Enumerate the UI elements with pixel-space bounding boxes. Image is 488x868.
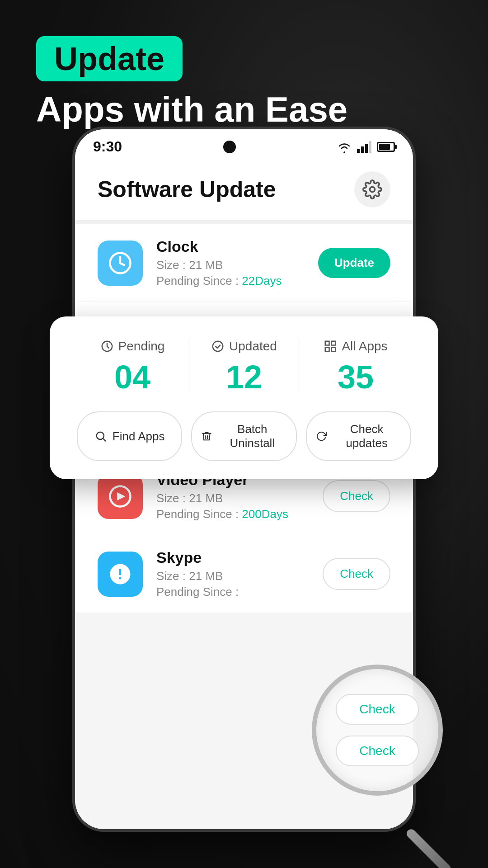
app-info-clock: Clock Size : 21 MB Pending Since : 22Day… — [156, 238, 305, 288]
skype-icon — [108, 562, 132, 586]
svg-rect-0 — [357, 149, 360, 153]
action-buttons: Find Apps Batch Uninstall Check updates — [77, 411, 411, 461]
stats-card: Pending 04 Updated 12 — [50, 316, 438, 479]
updated-label: Updated — [188, 339, 300, 354]
apps-list-container: Clock Size : 21 MB Pending Since : 22Day… — [75, 224, 413, 829]
stat-updated: Updated 12 — [188, 339, 300, 393]
clock-stat-icon — [100, 340, 114, 353]
svg-point-10 — [213, 341, 223, 352]
app-header: Software Update — [75, 160, 413, 221]
check-button-video[interactable]: Check — [323, 480, 390, 512]
list-item: Skype Size : 21 MB Pending Since : Check — [75, 535, 413, 613]
check-button-skype[interactable]: Check — [323, 558, 390, 590]
svg-rect-2 — [365, 144, 368, 153]
search-icon — [94, 430, 107, 443]
svg-line-16 — [103, 439, 105, 441]
svg-rect-11 — [325, 341, 329, 345]
check-stat-icon — [211, 340, 225, 353]
all-apps-label: All Apps — [300, 339, 411, 354]
app-size: Size : 21 MB — [156, 258, 305, 272]
trash-icon — [201, 430, 212, 443]
phone-frame: 9:30 — [72, 127, 416, 832]
divider — [75, 221, 413, 224]
grid-stat-icon — [324, 340, 337, 353]
svg-marker-8 — [117, 492, 125, 500]
stats-row: Pending 04 Updated 12 — [77, 339, 411, 393]
svg-rect-1 — [361, 146, 364, 153]
app-icon-video — [98, 474, 143, 519]
hero-badge-text: Update — [54, 41, 164, 77]
app-title: Software Update — [98, 176, 276, 203]
app-pending: Pending Since : — [156, 585, 309, 599]
app-name: Clock — [156, 238, 305, 255]
updated-count: 12 — [188, 361, 300, 393]
hero-section: Update Apps with an Ease — [36, 36, 347, 129]
app-icon-clock — [98, 241, 143, 286]
stat-all-apps: All Apps 35 — [300, 339, 411, 393]
refresh-icon — [316, 430, 327, 443]
find-apps-button[interactable]: Find Apps — [77, 411, 182, 461]
svg-rect-13 — [325, 348, 329, 352]
pending-label: Pending — [77, 339, 188, 354]
svg-rect-12 — [332, 341, 336, 345]
settings-button[interactable] — [354, 171, 390, 208]
clock-icon — [108, 251, 132, 275]
app-size: Size : 21 MB — [156, 569, 309, 583]
app-icon-skype — [98, 552, 143, 597]
status-time: 9:30 — [93, 138, 122, 155]
signal-icon — [357, 141, 371, 153]
hero-badge: Update — [36, 36, 183, 81]
pending-count: 04 — [77, 361, 188, 393]
check-updates-button[interactable]: Check updates — [306, 411, 411, 461]
svg-rect-3 — [369, 141, 371, 153]
all-apps-count: 35 — [300, 361, 411, 393]
status-bar: 9:30 — [75, 129, 413, 160]
battery-icon — [377, 142, 395, 152]
hero-subtitle: Apps with an Ease — [36, 90, 347, 129]
app-size: Size : 21 MB — [156, 491, 309, 505]
app-info-skype: Skype Size : 21 MB Pending Since : — [156, 549, 309, 599]
wifi-icon — [337, 141, 352, 153]
gear-icon — [362, 179, 382, 199]
status-icons — [337, 141, 395, 153]
camera-notch — [223, 141, 236, 153]
list-item: Clock Size : 21 MB Pending Since : 22Day… — [75, 224, 413, 302]
svg-point-4 — [370, 187, 375, 192]
batch-uninstall-button[interactable]: Batch Uninstall — [191, 411, 296, 461]
stat-pending: Pending 04 — [77, 339, 188, 393]
svg-rect-14 — [332, 348, 336, 352]
phone-inner: 9:30 — [75, 129, 413, 829]
app-pending: Pending Since : 200Days — [156, 507, 309, 521]
app-name: Skype — [156, 549, 309, 566]
update-button-clock[interactable]: Update — [318, 248, 390, 278]
app-pending: Pending Since : 22Days — [156, 274, 305, 288]
play-icon — [108, 484, 132, 509]
